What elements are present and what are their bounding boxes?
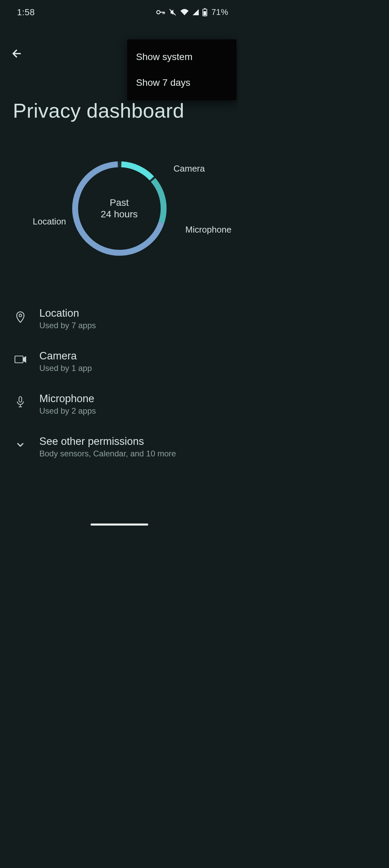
row-title: Camera [39, 350, 92, 362]
row-microphone[interactable]: Microphone Used by 2 apps [0, 387, 238, 429]
svg-point-9 [19, 314, 22, 317]
battery-icon [202, 8, 207, 16]
donut-center-text: Past 24 hours [70, 159, 169, 258]
microphone-icon [13, 395, 28, 410]
row-title: Microphone [39, 393, 96, 405]
menu-item-show-system[interactable]: Show system [127, 44, 236, 70]
mute-icon [169, 8, 177, 16]
chart-label-location: Location [33, 216, 66, 227]
svg-rect-3 [203, 11, 206, 15]
permission-list: Location Used by 7 apps Camera Used by 1… [0, 301, 238, 472]
chart-label-microphone: Microphone [186, 224, 232, 235]
camera-icon [13, 352, 28, 367]
row-subtitle: Used by 7 apps [39, 321, 96, 330]
menu-item-show-7-days[interactable]: Show 7 days [127, 70, 236, 96]
row-other-permissions[interactable]: See other permissions Body sensors, Cale… [0, 429, 238, 472]
svg-rect-10 [15, 356, 23, 363]
status-time: 1:58 [17, 7, 35, 18]
status-icons: 71% [156, 7, 228, 17]
chevron-down-icon [13, 437, 28, 452]
status-bar: 1:58 71% [0, 0, 238, 24]
row-location[interactable]: Location Used by 7 apps [0, 301, 238, 344]
svg-rect-2 [204, 8, 206, 9]
location-icon [13, 309, 28, 324]
svg-point-0 [157, 11, 160, 14]
vpn-key-icon [156, 9, 165, 15]
back-button[interactable] [10, 47, 24, 61]
battery-percent: 71% [211, 7, 228, 17]
row-subtitle: Used by 2 apps [39, 406, 96, 416]
row-subtitle: Body sensors, Calendar, and 10 more [39, 449, 176, 458]
row-camera[interactable]: Camera Used by 1 app [0, 344, 238, 387]
usage-donut-chart: Past 24 hours Camera Microphone Location [0, 159, 238, 258]
svg-rect-11 [19, 397, 22, 402]
chart-label-camera: Camera [174, 163, 205, 174]
arrow-back-icon [11, 48, 23, 61]
navigation-pill[interactable] [91, 524, 148, 526]
wifi-icon [180, 9, 189, 16]
row-subtitle: Used by 1 app [39, 363, 92, 373]
signal-icon [192, 9, 199, 16]
row-title: See other permissions [39, 435, 176, 448]
page-title: Privacy dashboard [13, 99, 184, 122]
row-title: Location [39, 307, 96, 319]
overflow-menu: Show system Show 7 days [127, 39, 236, 100]
